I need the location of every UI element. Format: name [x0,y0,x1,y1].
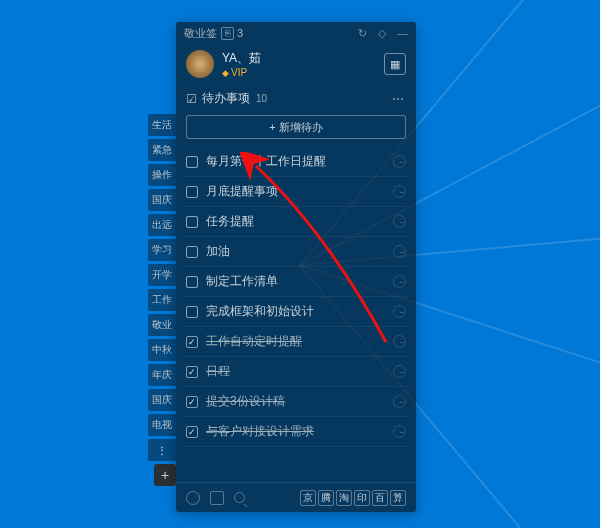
todo-item[interactable]: 月底提醒事项 [184,177,408,207]
todo-checkbox[interactable] [186,246,198,258]
sidebar-tag[interactable]: 学习 [148,239,176,261]
app-name: 敬业签 [184,26,217,41]
sync-icon[interactable]: ↻ [358,27,367,39]
sidebar-tag[interactable]: 国庆 [148,189,176,211]
history-icon[interactable] [186,491,200,505]
more-icon[interactable]: ⋯ [392,92,406,106]
quick-link-chip[interactable]: 淘 [336,490,352,506]
reminder-clock-icon[interactable] [393,335,406,348]
quick-link-chip[interactable]: 印 [354,490,370,506]
calendar-icon[interactable]: ▦ [384,53,406,75]
reminder-clock-icon[interactable] [393,275,406,288]
todo-item[interactable]: 与客户对接设计需求 [184,417,408,447]
reminder-clock-icon[interactable] [393,305,406,318]
todo-text: 制定工作清单 [206,273,278,290]
vip-badge: VIP [222,67,261,78]
todo-checkbox[interactable] [186,216,198,228]
todo-item[interactable]: 完成框架和初始设计 [184,297,408,327]
todo-checkbox[interactable] [186,306,198,318]
minimize-icon[interactable]: — [397,27,408,39]
todo-text: 任务提醒 [206,213,254,230]
app-window: 敬业签 ⎘ 3 ↻ ◇ — YA、茹 VIP ▦ ☑ 待办事项 10 ⋯ + 新… [176,22,416,512]
sidebar-tag[interactable]: 工作 [148,289,176,311]
add-todo-label: 新增待办 [279,120,323,135]
checklist-icon: ☑ [186,92,197,106]
todo-checkbox[interactable] [186,156,198,168]
todo-item[interactable]: 制定工作清单 [184,267,408,297]
reminder-clock-icon[interactable] [393,215,406,228]
section-header[interactable]: ☑ 待办事项 10 ⋯ [176,86,416,111]
pin-icon[interactable]: ◇ [378,27,386,39]
todo-list: 每月第一个工作日提醒月底提醒事项任务提醒加油制定工作清单完成框架和初始设计工作自… [176,147,416,482]
reminder-clock-icon[interactable] [393,245,406,258]
notification-badge-icon[interactable]: ⎘ [221,27,234,40]
sidebar-tag[interactable]: 年庆 [148,364,176,386]
sidebar-more-icon[interactable]: ⋮ [148,439,176,461]
reminder-clock-icon[interactable] [393,395,406,408]
sidebar-tag[interactable]: 敬业 [148,314,176,336]
todo-checkbox[interactable] [186,186,198,198]
todo-text: 加油 [206,243,230,260]
plus-icon: + [269,121,275,133]
todo-text: 与客户对接设计需求 [206,423,314,440]
todo-item[interactable]: 工作自动定时提醒 [184,327,408,357]
todo-checkbox[interactable] [186,366,198,378]
sidebar-tag[interactable]: 开学 [148,264,176,286]
add-todo-button[interactable]: + 新增待办 [186,115,406,139]
search-icon[interactable] [234,492,245,503]
footer-bar: 京腾淘印百算 [176,482,416,512]
sidebar-tag[interactable]: 电视 [148,414,176,436]
todo-checkbox[interactable] [186,426,198,438]
todo-item[interactable]: 任务提醒 [184,207,408,237]
user-bar: YA、茹 VIP ▦ [176,44,416,86]
quick-link-chips: 京腾淘印百算 [300,490,406,506]
sidebar-tag[interactable]: 中秋 [148,339,176,361]
todo-checkbox[interactable] [186,336,198,348]
quick-link-chip[interactable]: 腾 [318,490,334,506]
title-bar: 敬业签 ⎘ 3 ↻ ◇ — [176,22,416,44]
todo-item[interactable]: 提交3份设计稿 [184,387,408,417]
todo-text: 每月第一个工作日提醒 [206,153,326,170]
section-title: 待办事项 [202,90,250,107]
todo-text: 提交3份设计稿 [206,393,285,410]
sidebar-tag[interactable]: 操作 [148,164,176,186]
todo-text: 完成框架和初始设计 [206,303,314,320]
todo-item[interactable]: 每月第一个工作日提醒 [184,147,408,177]
category-sidebar: 生活紧急操作国庆出远学习开学工作敬业中秋年庆国庆电视⋮+ [148,114,176,486]
reminder-clock-icon[interactable] [393,185,406,198]
reminder-clock-icon[interactable] [393,425,406,438]
todo-item[interactable]: 日程 [184,357,408,387]
quick-link-chip[interactable]: 百 [372,490,388,506]
sidebar-tag[interactable]: 国庆 [148,389,176,411]
notification-count: 3 [237,27,243,39]
todo-text: 月底提醒事项 [206,183,278,200]
user-name: YA、茹 [222,50,261,67]
todo-item[interactable]: 加油 [184,237,408,267]
todo-text: 日程 [206,363,230,380]
footer-calendar-icon[interactable] [210,491,224,505]
reminder-clock-icon[interactable] [393,365,406,378]
sidebar-tag[interactable]: 紧急 [148,139,176,161]
todo-checkbox[interactable] [186,276,198,288]
sidebar-add-button[interactable]: + [154,464,176,486]
sidebar-tag[interactable]: 出远 [148,214,176,236]
quick-link-chip[interactable]: 京 [300,490,316,506]
todo-checkbox[interactable] [186,396,198,408]
todo-text: 工作自动定时提醒 [206,333,302,350]
reminder-clock-icon[interactable] [393,155,406,168]
section-count: 10 [256,93,267,104]
quick-link-chip[interactable]: 算 [390,490,406,506]
avatar[interactable] [186,50,214,78]
sidebar-tag[interactable]: 生活 [148,114,176,136]
